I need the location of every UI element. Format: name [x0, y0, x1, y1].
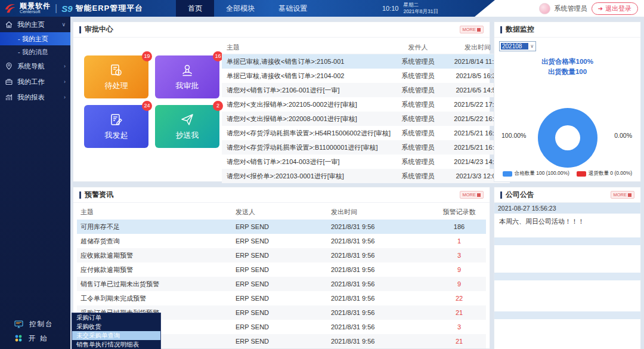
- approval-row[interactable]: 请您对<支出报销单>:202105-0002进行[审核] 系统管理员 2021/…: [222, 97, 510, 112]
- approval-row[interactable]: 请您对<存货浮动耗损率设置>:H54R15006002进行[审核] 系统管理员 …: [222, 126, 510, 140]
- tile-cc-to-me[interactable]: 2 抄送我: [155, 105, 219, 148]
- row-count: 9: [432, 280, 486, 288]
- menu-item-purchase-receipt[interactable]: 采购收货: [72, 322, 160, 331]
- more-label: MORE: [463, 27, 476, 32]
- donut-chart[interactable]: [538, 108, 597, 168]
- tile-label: 抄送我: [176, 130, 199, 141]
- approval-center-panel: 审批中心 MORE 19 待处理 16 我审批: [73, 21, 490, 182]
- nav-tab-home[interactable]: 首页: [176, 0, 214, 17]
- start-context-menu: 采购订单 采购收货 未交采购单查询 销售单执行情况明细表: [72, 313, 161, 349]
- row-subject: 请您对<存货浮动耗损率设置>:B11000001进行[审核]: [222, 143, 391, 152]
- approval-row[interactable]: 请您对<销售订单>:2106-001进行[一审] 系统管理员 2021/6/5 …: [222, 83, 510, 97]
- donut-left-label: 100.00%: [501, 132, 526, 139]
- more-icon: [477, 28, 481, 32]
- tile-my-approvals[interactable]: 16 我审批: [155, 55, 219, 98]
- alerts-panel-title: 预警资讯: [85, 190, 460, 200]
- alert-row[interactable]: 销售订单已过期未出货预警 ERP SEND 2021/8/31 9:56 9: [77, 277, 486, 291]
- approval-row[interactable]: 请您对<支出报销单>:202008-0001进行[审核] 系统管理员 2021/…: [222, 112, 510, 126]
- row-sender: ERP SEND: [236, 252, 331, 259]
- approval-row[interactable]: 单据已审核,请接收<销售订单>:2105-001 系统管理员 2021/8/14…: [222, 54, 510, 69]
- approval-row[interactable]: 请您对<报价单>:202103-0001进行[审核] 系统管理员 2021/3/…: [222, 169, 510, 183]
- tile-initiated-by-me[interactable]: 24 我发起: [84, 105, 148, 148]
- chevron-right-icon: ›: [64, 63, 66, 69]
- more-icon: [477, 193, 481, 197]
- console-monitor-icon: [14, 320, 23, 328]
- logout-label: 退出登录: [605, 4, 631, 13]
- user-avatar[interactable]: [539, 3, 550, 14]
- row-count: 3: [432, 252, 486, 259]
- title-accent-bar: [500, 26, 502, 33]
- sidebar-item-label: 我的工作: [17, 78, 60, 87]
- row-subject: 工令单到期未完成预警: [77, 294, 236, 303]
- pass-rate-text: 出货合格率100%: [494, 57, 640, 67]
- sidebar-item-my-homepage[interactable]: - 我的主页: [0, 32, 70, 45]
- row-subject: 请您对<存货浮动耗损率设置>:H54R15006002进行[审核]: [222, 129, 391, 138]
- alert-row[interactable]: 工令单到期未完成预警 ERP SEND 2021/8/31 9:56 22: [77, 291, 486, 305]
- sidebar-item-my-work[interactable]: 我的工作 ›: [0, 74, 70, 89]
- logout-icon: ➜: [598, 5, 603, 12]
- row-time: 2021/8/31 9:56: [331, 295, 432, 302]
- ship-qty-text: 出货数量100: [494, 67, 640, 77]
- alerts-more-button[interactable]: MORE: [460, 191, 484, 199]
- alert-row[interactable]: 超储存货查询 ERP SEND 2021/8/31 9:56 1: [77, 234, 486, 248]
- sidebar-item-my-home-group[interactable]: 我的主页 ∨: [0, 17, 70, 32]
- approval-table-header: 主题 发件人 发出时间: [222, 41, 510, 54]
- document-clock-icon: [109, 63, 124, 78]
- empty-notice-divider: [494, 273, 640, 280]
- logo-divider: |: [55, 3, 57, 14]
- alert-row[interactable]: 应付账款逾期预警 ERP SEND 2021/8/31 9:56 9: [77, 262, 486, 277]
- sidebar-item-my-messages[interactable]: - 我的消息: [0, 45, 70, 58]
- console-button[interactable]: 控制台: [0, 317, 70, 331]
- briefcase-icon: [5, 78, 13, 86]
- col-sender: 发件人: [391, 43, 445, 52]
- row-subject: 请您对<销售订单>:2106-001进行[一审]: [222, 86, 391, 95]
- logout-button[interactable]: ➜ 退出登录: [592, 2, 638, 15]
- row-sender: ERP SEND: [236, 309, 331, 316]
- row-count: 1: [432, 237, 486, 245]
- row-sender: 系统管理员: [391, 57, 445, 66]
- approval-tiles: 19 待处理 16 我审批 24: [73, 38, 219, 182]
- row-sender: ERP SEND: [236, 280, 331, 288]
- menu-item-open-po-query[interactable]: 未交采购单查询: [72, 331, 160, 340]
- alert-row[interactable]: 应收账款逾期预警 ERP SEND 2021/8/31 9:56 3: [77, 248, 486, 262]
- console-label: 控制台: [29, 320, 54, 329]
- row-subject: 可用库存不足: [77, 223, 236, 231]
- nav-tab-settings[interactable]: 基础设置: [267, 0, 319, 17]
- row-subject: 应收账款逾期预警: [77, 251, 236, 260]
- row-sender: ERP SEND: [236, 295, 331, 302]
- chevron-right-icon: ›: [64, 79, 66, 85]
- approval-row[interactable]: 请您对<销售订单>:2104-003进行[一审] 系统管理员 2021/4/23…: [222, 155, 510, 169]
- row-sender: 系统管理员: [391, 129, 445, 138]
- chevron-down-icon: ∨: [61, 21, 66, 27]
- chevron-down-icon: ∨: [528, 44, 535, 49]
- sidebar-item-my-reports[interactable]: 我的报表 ›: [0, 89, 70, 105]
- sidebar-item-label: 系统导航: [17, 62, 60, 71]
- title-accent-bar: [500, 192, 502, 199]
- approval-more-button[interactable]: MORE: [460, 26, 484, 33]
- row-count: 21: [432, 338, 486, 345]
- header-dark-band: 顺景软件 Centersoft | S9 智能ERP管理平台 首页 全部模块 基…: [0, 0, 495, 17]
- approval-row[interactable]: 单据已审核,请接收<销售订单>:2104-002 系统管理员 2021/8/5 …: [222, 69, 510, 83]
- weekday-label: 星期二: [403, 2, 419, 8]
- row-sender: 系统管理员: [391, 143, 445, 152]
- chart-icon: [5, 93, 13, 101]
- notice-content[interactable]: 本周六、周日公司活动！！！: [494, 214, 640, 237]
- notice-more-button[interactable]: MORE: [611, 191, 635, 199]
- approval-row[interactable]: 请您对<存货浮动耗损率设置>:B11000001进行[审核] 系统管理员 202…: [222, 140, 510, 155]
- start-button[interactable]: 开 始: [0, 331, 70, 345]
- tile-pending[interactable]: 19 待处理: [84, 55, 148, 98]
- row-time: 2021/8/31 9:56: [331, 266, 432, 273]
- notice-panel-title: 公司公告: [506, 190, 611, 200]
- period-select[interactable]: 202108 ∨: [499, 41, 536, 51]
- company-notice-panel: 公司公告 MORE 2021-08-27 15:56:23 本周六、周日公司活动…: [494, 187, 641, 349]
- sidebar-item-system-nav[interactable]: 系统导航 ›: [0, 58, 70, 74]
- row-time: 2021/8/31 9:56: [331, 309, 432, 316]
- donut-right-label: 0.00%: [614, 132, 632, 139]
- menu-item-purchase-order[interactable]: 采购订单: [72, 313, 160, 322]
- alerts-table-header: 主题 发送人 发出时间 预警记录数: [77, 204, 486, 220]
- row-subject: 单据已审核,请接收<销售订单>:2105-001: [222, 57, 391, 66]
- nav-tab-modules[interactable]: 全部模块: [214, 0, 267, 17]
- alert-row[interactable]: 可用库存不足 ERP SEND 2021/8/31 9:56 186: [77, 220, 486, 234]
- menu-item-sales-exec-report[interactable]: 销售单执行情况明细表: [72, 340, 160, 349]
- row-time: 2021/8/31 9:56: [331, 223, 432, 230]
